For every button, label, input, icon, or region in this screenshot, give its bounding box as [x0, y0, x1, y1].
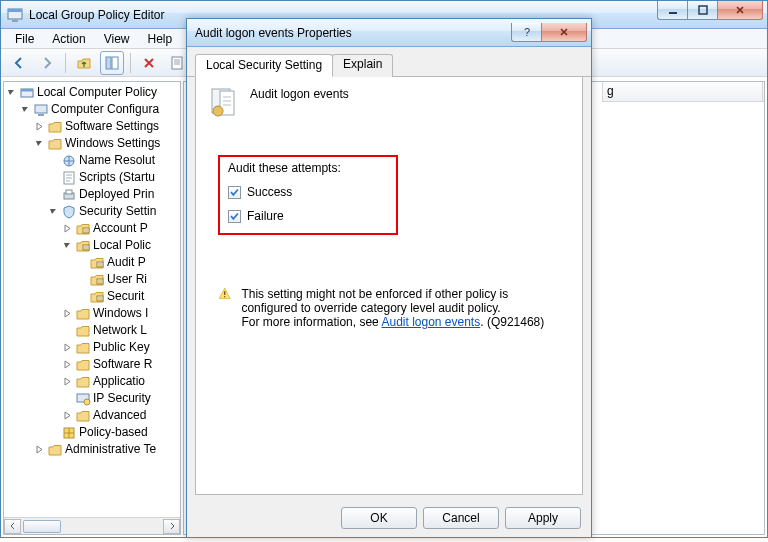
tree-node[interactable]: IP Security	[6, 390, 180, 407]
back-button[interactable]	[7, 51, 31, 75]
tree-node[interactable]: User Ri	[6, 271, 180, 288]
tree-label: Network L	[93, 322, 147, 339]
column-header-fragment[interactable]: g	[603, 82, 763, 101]
tree-node[interactable]: Deployed Prin	[6, 186, 180, 203]
expander-icon[interactable]	[34, 121, 45, 132]
tree-node[interactable]: Administrative Te	[6, 441, 180, 458]
printer-icon	[61, 187, 77, 203]
svg-rect-1	[8, 9, 22, 12]
tree-node[interactable]: Windows I	[6, 305, 180, 322]
tree-node[interactable]: Security Settin	[6, 203, 180, 220]
tree-horizontal-scrollbar[interactable]	[4, 517, 180, 534]
expander-icon[interactable]	[62, 393, 73, 404]
tree-node[interactable]: Policy-based	[6, 424, 180, 441]
scroll-track[interactable]	[21, 519, 163, 534]
expander-icon[interactable]	[76, 291, 87, 302]
expander-icon[interactable]	[48, 206, 59, 217]
tree-label: User Ri	[107, 271, 147, 288]
toolbar-separator	[130, 53, 131, 73]
expander-icon[interactable]	[62, 410, 73, 421]
tree-node[interactable]: Scripts (Startu	[6, 169, 180, 186]
menu-file[interactable]: File	[7, 30, 42, 48]
dialog-titlebar[interactable]: Audit logon events Properties ?	[187, 19, 591, 47]
minimize-button[interactable]	[657, 1, 687, 20]
folder-icon	[75, 408, 91, 424]
svg-text:?: ?	[523, 26, 529, 38]
scroll-thumb[interactable]	[23, 520, 61, 533]
tree-toggle-button[interactable]	[100, 51, 124, 75]
cancel-button[interactable]: Cancel	[423, 507, 499, 529]
tree-node[interactable]: Windows Settings	[6, 135, 180, 152]
expander-icon[interactable]	[76, 274, 87, 285]
tree-node[interactable]: Advanced	[6, 407, 180, 424]
up-folder-button[interactable]	[72, 51, 96, 75]
tree-node[interactable]: Software R	[6, 356, 180, 373]
tree-node[interactable]: Name Resolut	[6, 152, 180, 169]
expander-icon[interactable]	[62, 325, 73, 336]
tree-root[interactable]: Local Computer Policy	[6, 84, 180, 101]
folder-sec-icon	[75, 221, 91, 237]
tree-pane: Local Computer Policy Computer Configura…	[3, 81, 181, 535]
expander-icon[interactable]	[48, 189, 59, 200]
svg-rect-3	[669, 12, 677, 14]
scroll-left-button[interactable]	[4, 519, 21, 534]
expander-icon[interactable]	[76, 257, 87, 268]
tree-node[interactable]: Account P	[6, 220, 180, 237]
expander-icon[interactable]	[62, 223, 73, 234]
note-link[interactable]: Audit logon events	[381, 315, 480, 329]
dialog-help-button[interactable]: ?	[511, 23, 541, 42]
tree-node[interactable]: Applicatio	[6, 373, 180, 390]
tree-node[interactable]: Public Key	[6, 339, 180, 356]
folder-icon	[75, 323, 91, 339]
checkbox-success[interactable]	[228, 186, 241, 199]
tree-node[interactable]: Local Polic	[6, 237, 180, 254]
tree-node[interactable]: Network L	[6, 322, 180, 339]
menu-action[interactable]: Action	[44, 30, 93, 48]
folder-sec-icon	[89, 272, 105, 288]
expander-icon[interactable]	[62, 240, 73, 251]
checkbox-failure-label: Failure	[247, 209, 284, 223]
expander-icon[interactable]	[62, 359, 73, 370]
checkbox-failure[interactable]	[228, 210, 241, 223]
expander-icon[interactable]	[48, 427, 59, 438]
delete-button[interactable]	[137, 51, 161, 75]
tree-node[interactable]: Computer Configura	[6, 101, 180, 118]
tree-label: Audit P	[107, 254, 146, 271]
close-button[interactable]	[717, 1, 763, 20]
menu-view[interactable]: View	[96, 30, 138, 48]
tab-explain[interactable]: Explain	[332, 54, 393, 77]
security-icon	[61, 204, 77, 220]
expander-icon[interactable]	[34, 444, 45, 455]
tree-label: Administrative Te	[65, 441, 156, 458]
tree-node[interactable]: Securit	[6, 288, 180, 305]
main-title: Local Group Policy Editor	[29, 8, 164, 22]
note-line2-prefix: For more information, see	[241, 315, 381, 329]
maximize-button[interactable]	[687, 1, 717, 20]
console-icon	[19, 85, 35, 101]
svg-rect-31	[224, 296, 225, 297]
expander-icon[interactable]	[34, 138, 45, 149]
forward-button[interactable]	[35, 51, 59, 75]
svg-rect-12	[35, 105, 47, 113]
dialog-close-button[interactable]	[541, 23, 587, 42]
expander-icon[interactable]	[62, 308, 73, 319]
expander-icon[interactable]	[48, 155, 59, 166]
tree-node[interactable]: Software Settings	[6, 118, 180, 135]
tree-node[interactable]: Audit P	[6, 254, 180, 271]
expander-icon[interactable]	[48, 172, 59, 183]
console-icon	[7, 7, 23, 23]
menu-help[interactable]: Help	[140, 30, 181, 48]
tree-label: Public Key	[93, 339, 150, 356]
expander-icon[interactable]	[62, 376, 73, 387]
expander-icon[interactable]	[62, 342, 73, 353]
ok-button[interactable]: OK	[341, 507, 417, 529]
warning-icon	[218, 287, 231, 309]
folder-icon	[47, 442, 63, 458]
expander-icon[interactable]	[20, 104, 31, 115]
scroll-right-button[interactable]	[163, 519, 180, 534]
apply-button[interactable]: Apply	[505, 507, 581, 529]
tab-local-security-setting[interactable]: Local Security Setting	[195, 54, 333, 77]
tree-label: Windows I	[93, 305, 148, 322]
expander-icon[interactable]	[6, 87, 17, 98]
tree-label: Software Settings	[65, 118, 159, 135]
